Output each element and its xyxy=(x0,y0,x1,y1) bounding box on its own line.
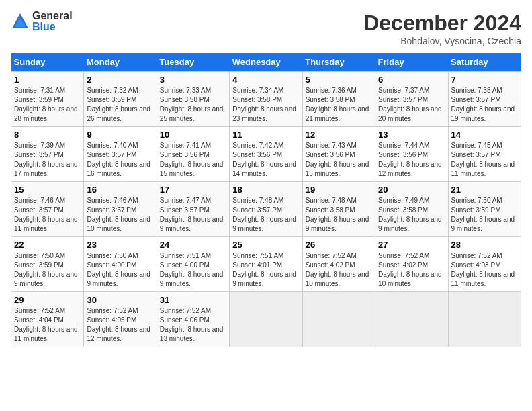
day-number: 29 xyxy=(14,295,81,305)
day-number: 21 xyxy=(451,185,518,195)
calendar-cell: 6 Sunrise: 7:37 AMSunset: 3:57 PMDayligh… xyxy=(375,72,448,127)
calendar-cell: 19 Sunrise: 7:48 AMSunset: 3:58 PMDaylig… xyxy=(302,182,375,237)
calendar-cell: 20 Sunrise: 7:49 AMSunset: 3:58 PMDaylig… xyxy=(375,182,448,237)
day-header-wednesday: Wednesday xyxy=(230,53,302,72)
day-info: Sunrise: 7:52 AMSunset: 4:03 PMDaylight:… xyxy=(451,251,518,289)
day-number: 30 xyxy=(87,295,153,305)
day-number: 11 xyxy=(232,130,299,140)
day-number: 10 xyxy=(160,130,226,140)
calendar-cell: 8 Sunrise: 7:39 AMSunset: 3:57 PMDayligh… xyxy=(11,127,84,182)
calendar-cell: 14 Sunrise: 7:45 AMSunset: 3:57 PMDaylig… xyxy=(448,127,521,182)
day-number: 20 xyxy=(378,185,445,195)
day-header-friday: Friday xyxy=(375,53,448,72)
day-header-monday: Monday xyxy=(84,53,157,72)
day-info: Sunrise: 7:46 AMSunset: 3:57 PMDaylight:… xyxy=(14,196,81,234)
day-number: 27 xyxy=(378,240,445,250)
calendar-header: SundayMondayTuesdayWednesdayThursdayFrid… xyxy=(11,53,521,72)
calendar-cell: 17 Sunrise: 7:47 AMSunset: 3:57 PMDaylig… xyxy=(157,182,229,237)
day-header-thursday: Thursday xyxy=(302,53,375,72)
page-header: General Blue December 2024 Bohdalov, Vys… xyxy=(11,11,521,46)
day-number: 8 xyxy=(14,130,81,140)
calendar-cell: 9 Sunrise: 7:40 AMSunset: 3:57 PMDayligh… xyxy=(84,127,157,182)
day-info: Sunrise: 7:47 AMSunset: 3:57 PMDaylight:… xyxy=(160,196,226,234)
day-number: 19 xyxy=(306,185,372,195)
calendar-cell: 11 Sunrise: 7:42 AMSunset: 3:56 PMDaylig… xyxy=(230,127,302,182)
month-title: December 2024 xyxy=(363,11,521,36)
calendar-week-3: 15 Sunrise: 7:46 AMSunset: 3:57 PMDaylig… xyxy=(11,182,521,237)
calendar-cell: 15 Sunrise: 7:46 AMSunset: 3:57 PMDaylig… xyxy=(11,182,84,237)
calendar-cell: 23 Sunrise: 7:50 AMSunset: 4:00 PMDaylig… xyxy=(84,237,157,292)
calendar-cell: 12 Sunrise: 7:43 AMSunset: 3:56 PMDaylig… xyxy=(302,127,375,182)
day-number: 6 xyxy=(378,75,445,85)
day-number: 9 xyxy=(87,130,153,140)
day-info: Sunrise: 7:51 AMSunset: 4:00 PMDaylight:… xyxy=(160,251,226,289)
calendar-cell: 25 Sunrise: 7:51 AMSunset: 4:01 PMDaylig… xyxy=(230,237,302,292)
day-header-saturday: Saturday xyxy=(448,53,521,72)
calendar-cell: 30 Sunrise: 7:52 AMSunset: 4:05 PMDaylig… xyxy=(84,292,157,347)
calendar-cell: 4 Sunrise: 7:34 AMSunset: 3:58 PMDayligh… xyxy=(230,72,302,127)
day-number: 4 xyxy=(232,75,299,85)
calendar-cell: 28 Sunrise: 7:52 AMSunset: 4:03 PMDaylig… xyxy=(448,237,521,292)
day-header-tuesday: Tuesday xyxy=(157,53,229,72)
calendar-cell: 26 Sunrise: 7:52 AMSunset: 4:02 PMDaylig… xyxy=(302,237,375,292)
day-number: 16 xyxy=(87,185,153,195)
calendar-cell: 3 Sunrise: 7:33 AMSunset: 3:58 PMDayligh… xyxy=(157,72,229,127)
day-info: Sunrise: 7:43 AMSunset: 3:56 PMDaylight:… xyxy=(306,141,372,179)
day-number: 13 xyxy=(378,130,445,140)
calendar-cell: 1 Sunrise: 7:31 AMSunset: 3:59 PMDayligh… xyxy=(11,72,84,127)
day-header-row: SundayMondayTuesdayWednesdayThursdayFrid… xyxy=(11,53,521,72)
day-info: Sunrise: 7:50 AMSunset: 3:59 PMDaylight:… xyxy=(451,196,518,234)
calendar-cell: 7 Sunrise: 7:38 AMSunset: 3:57 PMDayligh… xyxy=(448,72,521,127)
day-info: Sunrise: 7:48 AMSunset: 3:57 PMDaylight:… xyxy=(232,196,299,234)
calendar-cell: 31 Sunrise: 7:52 AMSunset: 4:06 PMDaylig… xyxy=(157,292,229,347)
day-info: Sunrise: 7:31 AMSunset: 3:59 PMDaylight:… xyxy=(14,86,81,124)
day-header-sunday: Sunday xyxy=(11,53,84,72)
day-info: Sunrise: 7:36 AMSunset: 3:58 PMDaylight:… xyxy=(306,86,372,124)
day-number: 18 xyxy=(232,185,299,195)
calendar-week-5: 29 Sunrise: 7:52 AMSunset: 4:04 PMDaylig… xyxy=(11,292,521,347)
logo-general-text: General xyxy=(32,11,73,21)
day-number: 14 xyxy=(451,130,518,140)
day-number: 17 xyxy=(160,185,226,195)
day-info: Sunrise: 7:52 AMSunset: 4:06 PMDaylight:… xyxy=(160,306,226,344)
calendar-cell xyxy=(448,292,521,347)
day-info: Sunrise: 7:49 AMSunset: 3:58 PMDaylight:… xyxy=(378,196,445,234)
calendar-cell: 27 Sunrise: 7:52 AMSunset: 4:02 PMDaylig… xyxy=(375,237,448,292)
day-info: Sunrise: 7:42 AMSunset: 3:56 PMDaylight:… xyxy=(232,141,299,179)
day-number: 2 xyxy=(87,75,153,85)
title-area: December 2024 Bohdalov, Vysocina, Czechi… xyxy=(363,11,521,46)
calendar-cell: 5 Sunrise: 7:36 AMSunset: 3:58 PMDayligh… xyxy=(302,72,375,127)
calendar-cell: 29 Sunrise: 7:52 AMSunset: 4:04 PMDaylig… xyxy=(11,292,84,347)
logo-blue-text: Blue xyxy=(32,21,73,32)
day-number: 26 xyxy=(306,240,372,250)
calendar-cell xyxy=(375,292,448,347)
day-info: Sunrise: 7:52 AMSunset: 4:02 PMDaylight:… xyxy=(306,251,372,289)
calendar-cell: 16 Sunrise: 7:46 AMSunset: 3:57 PMDaylig… xyxy=(84,182,157,237)
calendar-body: 1 Sunrise: 7:31 AMSunset: 3:59 PMDayligh… xyxy=(11,72,521,347)
day-info: Sunrise: 7:46 AMSunset: 3:57 PMDaylight:… xyxy=(87,196,153,234)
calendar-cell: 21 Sunrise: 7:50 AMSunset: 3:59 PMDaylig… xyxy=(448,182,521,237)
day-number: 12 xyxy=(306,130,372,140)
calendar-cell: 13 Sunrise: 7:44 AMSunset: 3:56 PMDaylig… xyxy=(375,127,448,182)
day-number: 25 xyxy=(232,240,299,250)
day-info: Sunrise: 7:48 AMSunset: 3:58 PMDaylight:… xyxy=(306,196,372,234)
day-info: Sunrise: 7:33 AMSunset: 3:58 PMDaylight:… xyxy=(160,86,226,124)
day-number: 31 xyxy=(160,295,226,305)
calendar-cell: 10 Sunrise: 7:41 AMSunset: 3:56 PMDaylig… xyxy=(157,127,229,182)
day-info: Sunrise: 7:34 AMSunset: 3:58 PMDaylight:… xyxy=(232,86,299,124)
day-info: Sunrise: 7:52 AMSunset: 4:04 PMDaylight:… xyxy=(14,306,81,344)
logo: General Blue xyxy=(11,11,73,32)
calendar-cell xyxy=(230,292,302,347)
day-number: 1 xyxy=(14,75,81,85)
location-subtitle: Bohdalov, Vysocina, Czechia xyxy=(363,36,521,46)
day-number: 5 xyxy=(306,75,372,85)
day-info: Sunrise: 7:44 AMSunset: 3:56 PMDaylight:… xyxy=(378,141,445,179)
calendar-week-2: 8 Sunrise: 7:39 AMSunset: 3:57 PMDayligh… xyxy=(11,127,521,182)
calendar-table: SundayMondayTuesdayWednesdayThursdayFrid… xyxy=(11,53,521,347)
calendar-cell: 2 Sunrise: 7:32 AMSunset: 3:59 PMDayligh… xyxy=(84,72,157,127)
day-info: Sunrise: 7:50 AMSunset: 4:00 PMDaylight:… xyxy=(87,251,153,289)
logo-icon xyxy=(11,12,30,31)
day-number: 3 xyxy=(160,75,226,85)
day-info: Sunrise: 7:45 AMSunset: 3:57 PMDaylight:… xyxy=(451,141,518,179)
calendar-week-4: 22 Sunrise: 7:50 AMSunset: 3:59 PMDaylig… xyxy=(11,237,521,292)
